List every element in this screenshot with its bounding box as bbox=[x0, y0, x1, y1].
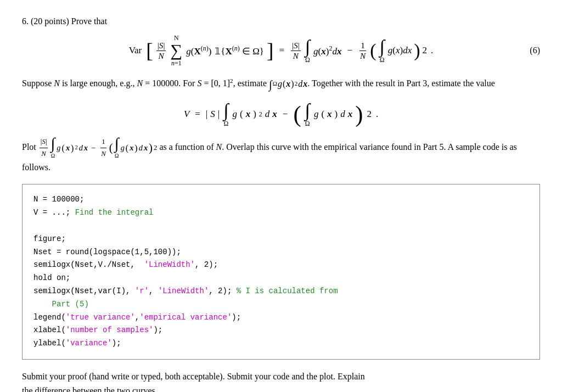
code-line-hold: hold on; bbox=[33, 272, 529, 285]
big-paren-left: ( bbox=[370, 41, 376, 60]
integral-omega: ∫ bbox=[269, 75, 272, 93]
g-expr: g(X(n)) bbox=[186, 44, 211, 57]
code-line-ylabel: ylabel('variance'); bbox=[33, 337, 529, 350]
eq-number: (6) bbox=[530, 46, 540, 55]
paragraph-1: Suppose N is large enough, e.g., N = 100… bbox=[22, 75, 540, 93]
code-line-figure: figure; bbox=[33, 233, 529, 246]
code-line-blank-1 bbox=[33, 220, 529, 233]
equation-6: Var [ |S| N N ∑ n=1 g(X(n)) 𝟙{X(n) ∈ Ω} … bbox=[22, 34, 540, 68]
right-bracket: ] bbox=[267, 41, 273, 61]
integral-rhs: ∫ Ω bbox=[305, 37, 310, 64]
footer-line-2: the difference between the two curves. bbox=[22, 386, 158, 392]
var-label: Var bbox=[129, 45, 142, 56]
problem-title: Prove that bbox=[71, 16, 107, 26]
code-line-1: N = 100000; bbox=[33, 193, 529, 206]
footer-text: Submit your proof (hand write or typed, … bbox=[22, 369, 540, 392]
footer-line-1: Submit your proof (hand write or typed, … bbox=[22, 372, 365, 381]
problem-points: (20 points) bbox=[31, 16, 69, 26]
g-inner: g(x)dx bbox=[388, 45, 412, 56]
s-over-n-rhs: |S| N bbox=[291, 41, 301, 61]
code-line-semilogx2: semilogx(Nset,var(I), 'r', 'LineWidth', … bbox=[33, 285, 529, 298]
problem-header: 6. (20 points) Prove that bbox=[22, 16, 540, 26]
indicator: 𝟙{X(n) ∈ Ω} bbox=[215, 44, 264, 57]
g-sq-rhs: g(x)2dx bbox=[313, 44, 341, 57]
code-line-nset: Nset = round(logspace(1,5,100)); bbox=[33, 246, 529, 259]
sum-expression: N ∑ n=1 bbox=[170, 34, 182, 68]
left-bracket: [ bbox=[146, 41, 153, 61]
code-line-2: V = ...; Find the integral bbox=[33, 206, 529, 220]
code-line-part5: Part (5) bbox=[33, 298, 529, 311]
big-paren-right: ) bbox=[414, 41, 420, 60]
code-line-xlabel: xlabel('number of samples'); bbox=[33, 324, 529, 337]
problem-container: 6. (20 points) Prove that Var [ |S| N N … bbox=[22, 16, 540, 392]
inner-integral: ∫ Ω bbox=[380, 37, 385, 64]
s-over-n-frac: |S| N bbox=[156, 41, 166, 61]
code-box: N = 100000; V = ...; Find the integral f… bbox=[22, 184, 540, 360]
v-equation: V = |S| ∫ Ω g(x)2dx − ( ∫ Ω g(x)dx ) 2 . bbox=[22, 101, 540, 128]
problem-number: 6. bbox=[22, 16, 29, 26]
one-over-n: 1 N bbox=[359, 41, 367, 61]
code-line-legend: legend('true variance','empirical varian… bbox=[33, 311, 529, 324]
code-line-semilogx1: semilogx(Nset,V./Nset, 'LineWidth', 2); bbox=[33, 259, 529, 272]
v-big-paren-left: ( bbox=[293, 103, 301, 126]
v-inner-int: ∫ Ω bbox=[305, 101, 310, 128]
v-big-paren-right: ) bbox=[355, 103, 363, 126]
v-integral-sq: ∫ Ω bbox=[223, 101, 228, 128]
paragraph-2: Plot |S| N ∫ Ω g(x)2dx − 1 N ( ∫ Ω g(x)d… bbox=[22, 136, 540, 175]
